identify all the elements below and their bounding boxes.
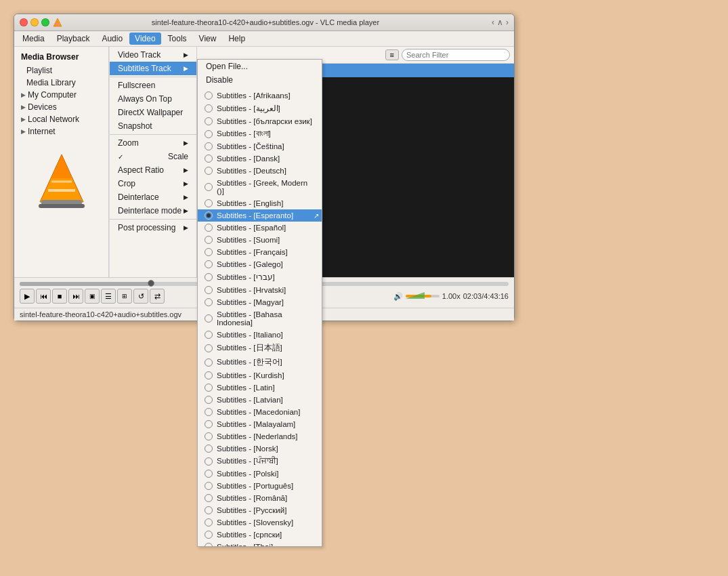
prev-button[interactable]: ⏮ — [36, 289, 51, 304]
subtitle-korean[interactable]: Subtitles - [한국어] — [198, 355, 322, 369]
menu-crop[interactable]: Crop ▶ — [110, 177, 196, 190]
subtitle-croatian[interactable]: Subtitles - [Hrvatski] — [198, 284, 322, 296]
subtitle-latin[interactable]: Subtitles - [Latin] — [198, 382, 322, 394]
subtitle-indonesian[interactable]: Subtitles - [Bahasa Indonesia] — [198, 308, 322, 329]
menu-help[interactable]: Help — [223, 33, 251, 45]
sidebar-item-internet[interactable]: ▶ Internet — [14, 125, 108, 138]
subtitle-latvian[interactable]: Subtitles - [Latvian] — [198, 394, 322, 406]
subtitles-submenu: Open File... Disable Subtitles - [Afrika… — [197, 59, 322, 547]
playlist-button[interactable]: ☰ — [101, 289, 116, 304]
chevron-right-icon: ▶ — [21, 128, 26, 135]
progress-fill — [20, 282, 152, 286]
subtitle-spanish[interactable]: Subtitles - [Español] — [198, 222, 322, 234]
radio-icon — [205, 371, 213, 379]
menu-zoom[interactable]: Zoom ▶ — [110, 136, 196, 150]
menu-snapshot[interactable]: Snapshot — [110, 119, 196, 133]
search-input[interactable] — [402, 49, 510, 61]
subtitle-disable[interactable]: Disable — [198, 73, 322, 87]
subtitle-label: Subtitles - [Русский] — [217, 506, 286, 514]
menu-playback[interactable]: Playback — [51, 33, 95, 45]
subtitle-galician[interactable]: Subtitles - [Galego] — [198, 258, 322, 270]
subtitle-german[interactable]: Subtitles - [Deutsch] — [198, 165, 322, 177]
menu-view[interactable]: View — [194, 33, 222, 45]
time-display: 02:03/4:43:16 — [463, 292, 509, 300]
menu-always-on-top[interactable]: Always On Top — [110, 92, 196, 106]
chevron-right-icon[interactable]: › — [506, 18, 509, 27]
subtitle-label: Subtitles - [српски] — [217, 531, 282, 539]
sidebar-item-devices[interactable]: ▶ Devices — [14, 101, 108, 113]
subtitle-bengali[interactable]: Subtitles - [বাংলা] — [198, 127, 322, 140]
menu-scale[interactable]: ✓ Scale — [110, 150, 196, 163]
subtitle-punjabi[interactable]: Subtitles - [ਪੰਜਾਬੀ] — [198, 455, 322, 468]
menu-video[interactable]: Video — [129, 33, 160, 45]
menu-aspect-ratio[interactable]: Aspect Ratio ▶ — [110, 163, 196, 177]
subtitle-esperanto[interactable]: Subtitles - [Esperanto] ↗ — [198, 209, 322, 222]
subtitle-czech[interactable]: Subtitles - [Čeština] — [198, 140, 322, 152]
subtitle-thai[interactable]: Subtitles - [Thai] — [198, 541, 322, 547]
stop-button[interactable]: ■ — [52, 289, 67, 304]
subtitle-slovak[interactable]: Subtitles - [Slovensky] — [198, 516, 322, 529]
sidebar-item-media-library[interactable]: Media Library — [14, 77, 108, 89]
shuffle-button[interactable]: ⇄ — [150, 289, 165, 304]
sidebar-item-computer[interactable]: ▶ My Computer — [14, 89, 108, 101]
subtitle-malayalam[interactable]: Subtitles - [Malayalam] — [198, 418, 322, 430]
menu-fullscreen[interactable]: Fullscreen — [110, 79, 196, 92]
radio-icon — [205, 384, 213, 392]
sidebar-item-local-network[interactable]: ▶ Local Network — [14, 113, 108, 125]
menu-deinterlace-mode[interactable]: Deinterlace mode ▶ — [110, 204, 196, 218]
subtitle-label: Subtitles - [한국어] — [217, 357, 282, 367]
sidebar-item-playlist[interactable]: Playlist — [14, 64, 108, 77]
menu-audio[interactable]: Audio — [96, 33, 128, 45]
subtitle-serbian[interactable]: Subtitles - [српски] — [198, 529, 322, 541]
subtitle-finnish[interactable]: Subtitles - [Suomi] — [198, 234, 322, 246]
subtitle-polish[interactable]: Subtitles - [Polski] — [198, 468, 322, 480]
radio-icon — [205, 298, 213, 306]
subtitle-danish[interactable]: Subtitles - [Dansk] — [198, 152, 322, 165]
maximize-button[interactable] — [41, 18, 49, 26]
subtitle-romanian[interactable]: Subtitles - [Română] — [198, 492, 322, 504]
subtitle-norwegian[interactable]: Subtitles - [Norsk] — [198, 443, 322, 455]
radio-icon — [205, 155, 213, 163]
subtitle-hebrew[interactable]: Subtitles - [עברי] — [198, 270, 322, 284]
menu-subtitles-track[interactable]: Subtitles Track ▶ — [110, 62, 196, 75]
subtitle-portuguese[interactable]: Subtitles - [Português] — [198, 480, 322, 492]
subtitle-afrikaans[interactable]: Subtitles - [Afrikaans] — [198, 89, 322, 102]
menu-directx-wallpaper[interactable]: DirectX Wallpaper — [110, 106, 196, 119]
menu-post-processing[interactable]: Post processing ▶ — [110, 221, 196, 234]
close-button[interactable] — [20, 18, 28, 26]
loop-button[interactable]: ↺ — [133, 289, 148, 304]
subtitle-greek[interactable]: Subtitles - [Greek, Modern ()] — [198, 177, 322, 197]
extended-button[interactable]: ⊞ — [117, 289, 132, 304]
stop-icon: ■ — [58, 292, 62, 300]
subtitle-hungarian[interactable]: Subtitles - [Magyar] — [198, 296, 322, 308]
filter-button[interactable]: ≡ — [385, 49, 399, 60]
separator-3 — [110, 219, 196, 220]
subtitle-italian[interactable]: Subtitles - [Italiano] — [198, 329, 322, 341]
subtitle-japanese[interactable]: Subtitles - [日本語] — [198, 341, 322, 355]
volume-control[interactable] — [406, 292, 440, 300]
subtitle-bulgarian[interactable]: Subtitles - [български език] — [198, 115, 322, 127]
chevron-left-icon[interactable]: ‹ — [492, 18, 494, 27]
radio-icon — [205, 199, 213, 207]
subtitle-label: Subtitles - [Macedonian] — [217, 408, 300, 416]
subtitle-open-file[interactable]: Open File... — [198, 60, 322, 73]
frame-button[interactable]: ▣ — [85, 289, 100, 304]
subtitle-macedonian[interactable]: Subtitles - [Macedonian] — [198, 406, 322, 418]
status-text: sintel-feature-theora10-c420+audio+subti… — [20, 310, 181, 318]
menu-media[interactable]: Media — [17, 33, 50, 45]
subtitle-french[interactable]: Subtitles - [Français] — [198, 246, 322, 258]
subtitle-label: Subtitles - [Galego] — [217, 260, 283, 268]
subtitle-dutch[interactable]: Subtitles - [Nederlands] — [198, 430, 322, 443]
menu-deinterlace[interactable]: Deinterlace ▶ — [110, 190, 196, 204]
subtitle-russian[interactable]: Subtitles - [Русский] — [198, 504, 322, 516]
chevron-up-icon[interactable]: ∧ — [497, 18, 503, 27]
menu-video-track[interactable]: Video Track ▶ — [110, 48, 196, 62]
next-button[interactable]: ⏭ — [68, 289, 83, 304]
minimize-button[interactable] — [30, 18, 39, 26]
menu-tools[interactable]: Tools — [163, 33, 192, 45]
subtitle-arabic[interactable]: Subtitles - [العربية] — [198, 102, 322, 115]
arrow-right-icon: ▶ — [184, 224, 188, 231]
subtitle-english[interactable]: Subtitles - [English] — [198, 197, 322, 209]
subtitle-kurdish[interactable]: Subtitles - [Kurdish] — [198, 369, 322, 382]
play-pause-button[interactable]: ▶ — [20, 289, 35, 304]
